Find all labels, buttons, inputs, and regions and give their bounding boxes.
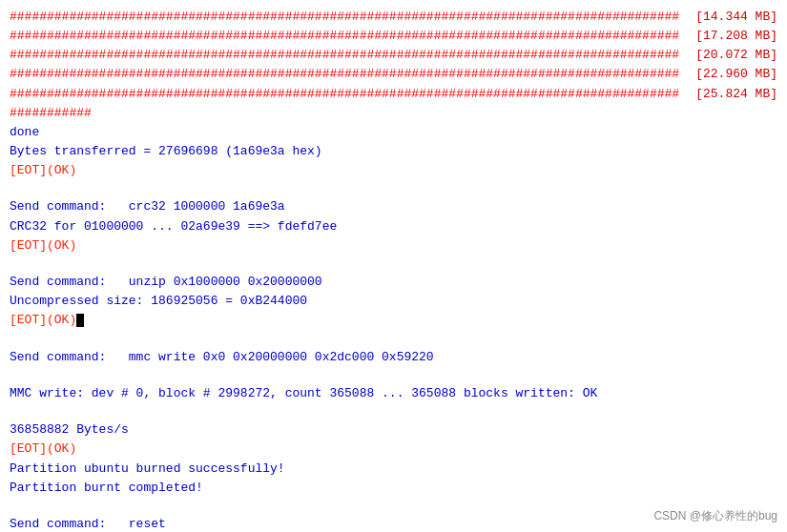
terminal-line: Partition burnt completed! [10,479,777,498]
terminal-output: Partition ubuntu burned successfully! [10,461,285,476]
terminal-line: [EOT](OK) [10,311,777,330]
progress-mb: [22.960 MB] [695,65,777,84]
terminal-line: ########################################… [10,65,777,84]
terminal-eot-cursor: [EOT](OK) [10,313,76,327]
terminal-line: ########################################… [10,46,777,65]
cursor [76,314,84,327]
watermark: CSDN @修心养性的bug [653,508,777,524]
progress-hash: ########################################… [10,27,679,46]
terminal-output: Send command: reset [10,517,166,531]
terminal-eot: [EOT](OK) [10,163,76,177]
terminal-line: Send command: mmc write 0x0 0x20000000 0… [10,348,777,367]
terminal-eot: [EOT](OK) [10,238,76,253]
terminal-line: 36858882 Bytes/s [10,420,777,440]
terminal-line: Uncompressed size: 186925056 = 0xB244000 [10,292,777,311]
terminal-line: ########################################… [10,8,777,27]
terminal-eot: [EOT](OK) [10,441,76,456]
terminal-line: done [10,123,777,142]
terminal-line: ########### [10,104,777,123]
terminal-line: CRC32 for 01000000 ... 02a69e39 ==> fdef… [10,217,777,236]
progress-hash-end: ########### [10,106,92,120]
terminal-output: Send command: crc32 1000000 1a69e3a [10,199,285,214]
progress-mb: [20.072 MB] [695,46,777,65]
terminal-line: Partition ubuntu burned successfully! [10,460,777,479]
terminal-line: ########################################… [10,85,777,104]
terminal-line: Send command: crc32 1000000 1a69e3a [10,197,777,216]
progress-mb: [17.208 MB] [695,27,777,46]
terminal-window: ########################################… [0,0,787,532]
progress-mb: [25.824 MB] [695,85,777,104]
terminal-line: MMC write: dev # 0, block # 2998272, cou… [10,384,777,403]
terminal-output: MMC write: dev # 0, block # 2998272, cou… [10,386,597,400]
progress-hash: ########################################… [10,46,679,65]
terminal-output: Bytes transferred = 27696698 (1a69e3a he… [10,144,322,158]
terminal-output: done [10,125,39,139]
progress-mb: [14.344 MB] [695,8,777,27]
terminal-output: Send command: unzip 0x1000000 0x20000000 [10,275,322,289]
terminal-line: [EOT](OK) [10,161,777,180]
terminal-line [10,367,777,384]
terminal-line: Bytes transferred = 27696698 (1a69e3a he… [10,142,777,161]
terminal-line [10,330,777,347]
progress-hash: ########################################… [10,8,679,27]
terminal-output: CRC32 for 01000000 ... 02a69e39 ==> fdef… [10,219,337,234]
terminal-output: Send command: mmc write 0x0 0x20000000 0… [10,350,434,364]
terminal-line: ########################################… [10,27,777,46]
terminal-line [10,403,777,420]
terminal-line: [EOT](OK) [10,440,777,459]
progress-hash: ########################################… [10,65,679,84]
terminal-output: Uncompressed size: 186925056 = 0xB244000 [10,294,307,308]
terminal-line: [EOT](OK) [10,236,777,256]
terminal-output: 36858882 Bytes/s [10,422,129,437]
terminal-line [10,180,777,197]
progress-hash: ########################################… [10,85,679,104]
terminal-output: Partition burnt completed! [10,481,203,495]
terminal-line: Send command: unzip 0x1000000 0x20000000 [10,273,777,292]
terminal-line [10,256,777,273]
